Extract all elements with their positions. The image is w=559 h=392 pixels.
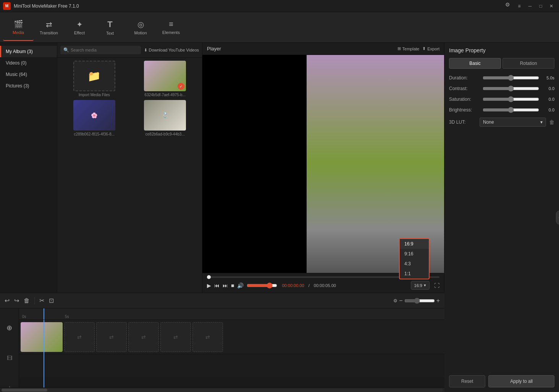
player-buttons: ▶ ⏮ ⏭ ■ 🔊 00:00:00.00 / 00:00:05.00 — [207, 281, 439, 290]
aspect-option-16-9[interactable]: 16:9 — [400, 239, 429, 249]
tl-zoom-out-button[interactable]: − — [399, 297, 402, 304]
right-panel: ‹ Image Property Basic Rotation Duration… — [444, 43, 559, 392]
tl-transition-icon-5: ⇄ — [205, 334, 210, 340]
search-icon: 🔍 — [63, 47, 69, 53]
download-youtube-button[interactable]: ⬇ Download YouTube Videos — [144, 48, 199, 53]
player-controls: ▶ ⏮ ⏭ ■ 🔊 00:00:00.00 / 00:00:05.00 — [202, 273, 444, 293]
titlebar-settings-icon[interactable]: ⚙ — [505, 2, 510, 11]
template-button[interactable]: ⊞ Template — [397, 46, 420, 51]
tl-ruler: 0s 5s — [19, 308, 444, 320]
export-button[interactable]: ⬆ Export — [422, 46, 439, 51]
player-seekbar-thumb[interactable] — [207, 275, 211, 279]
toolbar-item-transition[interactable]: ⇄ Transition — [34, 14, 64, 41]
toolbar-motion-label: Motion — [134, 31, 147, 35]
media-item-3[interactable]: 💍 ce82b6ad-b9c9-44b3... — [131, 100, 199, 136]
media-thumb-3[interactable]: 💍 — [144, 100, 186, 131]
timeline-scrollbar[interactable] — [0, 387, 444, 392]
aspect-option-9-16[interactable]: 9:16 — [400, 249, 429, 259]
media-item-1[interactable]: ✓ 6324b5df-7aef-4975-b... — [131, 61, 199, 97]
lut-dropdown-icon: ▾ — [540, 119, 543, 125]
player-title: Player — [207, 46, 397, 52]
toolbar-media-label: Media — [13, 30, 24, 35]
right-panel-actions: Reset Apply to all — [449, 375, 554, 387]
tl-transition-icon-4: ⇄ — [173, 334, 178, 340]
toolbar: 🎬 Media ⇄ Transition ✦ Effect T Text ◎ M… — [0, 12, 559, 43]
download-label: Download YouTube Videos — [149, 48, 199, 52]
brightness-slider[interactable] — [483, 107, 539, 113]
play-button[interactable]: ▶ — [207, 282, 211, 289]
tl-transition-3[interactable]: ⇄ — [128, 322, 159, 352]
tl-delete-button[interactable]: 🗑 — [24, 297, 30, 304]
lut-row: 3D LUT: None ▾ 🗑 — [449, 118, 554, 127]
media-label-2: c289b062-f815-4f36-8... — [74, 132, 115, 136]
lut-select[interactable]: None ▾ — [480, 118, 546, 127]
reset-button[interactable]: Reset — [449, 375, 485, 387]
tl-clip-1[interactable] — [21, 322, 63, 352]
toolbar-item-motion[interactable]: ◎ Motion — [125, 14, 156, 41]
import-media-item[interactable]: 📁 Import Media Files — [60, 61, 128, 97]
total-time: 00:00:05.00 — [314, 283, 336, 288]
tl-undo-button[interactable]: ↩ — [5, 297, 10, 304]
search-box[interactable]: 🔍 — [60, 46, 141, 54]
tl-crop-button[interactable]: ⊡ — [49, 297, 54, 304]
tl-cut-button[interactable]: ✂ — [39, 297, 44, 304]
media-item-2[interactable]: 🌸 c289b062-f815-4f36-8... — [60, 100, 128, 136]
lut-delete-icon[interactable]: 🗑 — [549, 119, 554, 125]
window-menu-button[interactable]: ≡ — [515, 2, 524, 11]
toolbar-item-text[interactable]: T Text — [95, 14, 125, 41]
sidebar-item-album[interactable]: My Album (3) — [0, 46, 57, 57]
tl-main: 0s 5s — [19, 308, 444, 387]
sidebar-item-music[interactable]: Music (64) — [0, 69, 57, 80]
saturation-slider[interactable] — [483, 96, 539, 102]
tl-transition-2[interactable]: ⇄ — [96, 322, 127, 352]
tl-zoom-slider[interactable] — [404, 298, 435, 304]
tl-zoom-in-btn[interactable]: + — [436, 297, 440, 304]
contrast-slider[interactable] — [483, 85, 539, 92]
motion-icon: ◎ — [137, 20, 144, 29]
tab-basic[interactable]: Basic — [449, 58, 501, 69]
collapse-panel-button[interactable]: ‹ — [556, 211, 559, 224]
aspect-ratio-dropdown: 16:9 9:16 4:3 1:1 — [399, 238, 430, 279]
close-button[interactable]: ✕ — [547, 2, 556, 11]
prev-frame-button[interactable]: ⏮ — [214, 282, 220, 289]
volume-button[interactable]: 🔊 — [237, 282, 244, 289]
tl-redo-button[interactable]: ↪ — [14, 297, 19, 304]
tl-transition-4[interactable]: ⇄ — [160, 322, 191, 352]
tl-transition-1[interactable]: ⇄ — [64, 322, 95, 352]
aspect-option-4-3[interactable]: 4:3 — [400, 259, 429, 269]
duration-slider[interactable] — [483, 75, 539, 81]
aspect-option-1-1[interactable]: 1:1 — [400, 269, 429, 279]
tl-add-track-button[interactable]: ⊕ — [6, 324, 12, 332]
sidebar-item-videos[interactable]: Videos (0) — [0, 57, 57, 69]
maximize-button[interactable]: □ — [536, 2, 545, 11]
aspect-ratio-button[interactable]: 16:9 ▾ — [411, 281, 430, 290]
media-thumb-2[interactable]: 🌸 — [73, 100, 115, 131]
contrast-row: Contrast: 0.0 — [449, 85, 554, 92]
timeline: ↩ ↪ 🗑 ✂ ⊡ ⚙ − + ⊕ 🎞 — [0, 293, 444, 392]
fullscreen-button[interactable]: ⛶ — [434, 282, 439, 289]
media-thumb-1[interactable]: ✓ — [144, 61, 186, 91]
import-thumb[interactable]: 📁 — [73, 61, 115, 91]
saturation-value: 0.0 — [542, 97, 554, 102]
tl-transition-5[interactable]: ⇄ — [192, 322, 223, 352]
property-tabs: Basic Rotation — [449, 58, 554, 69]
volume-slider[interactable] — [247, 282, 277, 289]
stop-button[interactable]: ■ — [231, 282, 234, 289]
tl-audio-track-icon: ♪ — [8, 384, 11, 387]
toolbar-item-effect[interactable]: ✦ Effect — [64, 14, 95, 41]
sidebar-music-label: Music (64) — [6, 72, 27, 77]
sidebar-item-pictures[interactable]: Pictures (3) — [0, 80, 57, 92]
template-icon: ⊞ — [397, 46, 401, 51]
apply-all-button[interactable]: Apply to all — [488, 375, 554, 387]
tl-scrollbar-thumb[interactable] — [2, 389, 47, 392]
next-frame-button[interactable]: ⏭ — [223, 282, 228, 289]
search-input[interactable] — [71, 48, 138, 52]
text-icon: T — [107, 19, 112, 29]
minimize-button[interactable]: ─ — [525, 2, 535, 11]
tab-rotation[interactable]: Rotation — [502, 58, 554, 69]
toolbar-item-media[interactable]: 🎬 Media — [3, 14, 34, 41]
tl-transition-icon-1: ⇄ — [77, 334, 82, 340]
toolbar-item-elements[interactable]: ≡ Elements — [156, 14, 186, 41]
transition-icon: ⇄ — [46, 20, 52, 29]
tl-zoom-in-button[interactable]: ⚙ — [393, 298, 397, 303]
